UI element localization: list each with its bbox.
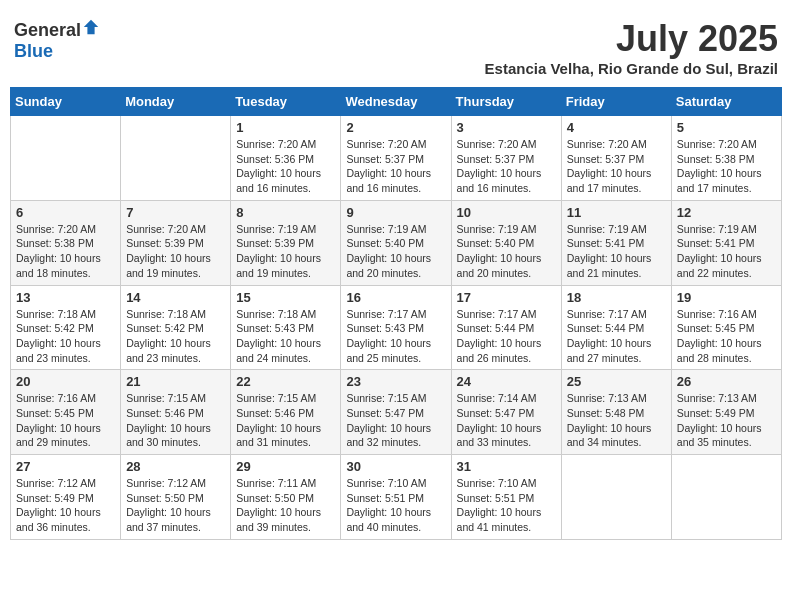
day-info: Sunrise: 7:16 AM Sunset: 5:45 PM Dayligh… [16,391,115,450]
calendar-week-row: 20Sunrise: 7:16 AM Sunset: 5:45 PM Dayli… [11,370,782,455]
subtitle: Estancia Velha, Rio Grande do Sul, Brazi… [485,60,778,77]
day-info: Sunrise: 7:17 AM Sunset: 5:43 PM Dayligh… [346,307,445,366]
table-row: 16Sunrise: 7:17 AM Sunset: 5:43 PM Dayli… [341,285,451,370]
day-info: Sunrise: 7:11 AM Sunset: 5:50 PM Dayligh… [236,476,335,535]
day-info: Sunrise: 7:19 AM Sunset: 5:41 PM Dayligh… [567,222,666,281]
col-saturday: Saturday [671,88,781,116]
day-info: Sunrise: 7:17 AM Sunset: 5:44 PM Dayligh… [457,307,556,366]
table-row: 31Sunrise: 7:10 AM Sunset: 5:51 PM Dayli… [451,455,561,540]
table-row [671,455,781,540]
day-info: Sunrise: 7:19 AM Sunset: 5:40 PM Dayligh… [346,222,445,281]
day-info: Sunrise: 7:20 AM Sunset: 5:36 PM Dayligh… [236,137,335,196]
day-info: Sunrise: 7:18 AM Sunset: 5:42 PM Dayligh… [16,307,115,366]
table-row: 10Sunrise: 7:19 AM Sunset: 5:40 PM Dayli… [451,200,561,285]
month-title: July 2025 [485,18,778,60]
day-number: 13 [16,290,115,305]
table-row: 3Sunrise: 7:20 AM Sunset: 5:37 PM Daylig… [451,116,561,201]
title-area: July 2025 Estancia Velha, Rio Grande do … [485,18,778,77]
day-number: 3 [457,120,556,135]
table-row: 24Sunrise: 7:14 AM Sunset: 5:47 PM Dayli… [451,370,561,455]
day-info: Sunrise: 7:15 AM Sunset: 5:46 PM Dayligh… [126,391,225,450]
table-row: 15Sunrise: 7:18 AM Sunset: 5:43 PM Dayli… [231,285,341,370]
table-row: 20Sunrise: 7:16 AM Sunset: 5:45 PM Dayli… [11,370,121,455]
col-sunday: Sunday [11,88,121,116]
table-row: 5Sunrise: 7:20 AM Sunset: 5:38 PM Daylig… [671,116,781,201]
day-number: 6 [16,205,115,220]
table-row: 12Sunrise: 7:19 AM Sunset: 5:41 PM Dayli… [671,200,781,285]
day-number: 5 [677,120,776,135]
table-row [561,455,671,540]
day-info: Sunrise: 7:14 AM Sunset: 5:47 PM Dayligh… [457,391,556,450]
calendar-week-row: 1Sunrise: 7:20 AM Sunset: 5:36 PM Daylig… [11,116,782,201]
col-friday: Friday [561,88,671,116]
header: General Blue July 2025 Estancia Velha, R… [10,10,782,81]
day-info: Sunrise: 7:20 AM Sunset: 5:37 PM Dayligh… [567,137,666,196]
table-row: 11Sunrise: 7:19 AM Sunset: 5:41 PM Dayli… [561,200,671,285]
table-row: 6Sunrise: 7:20 AM Sunset: 5:38 PM Daylig… [11,200,121,285]
day-number: 23 [346,374,445,389]
day-number: 7 [126,205,225,220]
day-number: 25 [567,374,666,389]
day-info: Sunrise: 7:13 AM Sunset: 5:48 PM Dayligh… [567,391,666,450]
day-info: Sunrise: 7:12 AM Sunset: 5:49 PM Dayligh… [16,476,115,535]
day-number: 21 [126,374,225,389]
day-number: 16 [346,290,445,305]
table-row: 18Sunrise: 7:17 AM Sunset: 5:44 PM Dayli… [561,285,671,370]
day-number: 4 [567,120,666,135]
day-number: 18 [567,290,666,305]
day-info: Sunrise: 7:15 AM Sunset: 5:47 PM Dayligh… [346,391,445,450]
day-number: 20 [16,374,115,389]
calendar-week-row: 13Sunrise: 7:18 AM Sunset: 5:42 PM Dayli… [11,285,782,370]
logo: General Blue [14,18,101,62]
table-row: 25Sunrise: 7:13 AM Sunset: 5:48 PM Dayli… [561,370,671,455]
calendar-header-row: Sunday Monday Tuesday Wednesday Thursday… [11,88,782,116]
day-number: 22 [236,374,335,389]
day-info: Sunrise: 7:10 AM Sunset: 5:51 PM Dayligh… [457,476,556,535]
day-info: Sunrise: 7:19 AM Sunset: 5:41 PM Dayligh… [677,222,776,281]
day-info: Sunrise: 7:20 AM Sunset: 5:38 PM Dayligh… [16,222,115,281]
day-number: 2 [346,120,445,135]
table-row: 27Sunrise: 7:12 AM Sunset: 5:49 PM Dayli… [11,455,121,540]
table-row: 21Sunrise: 7:15 AM Sunset: 5:46 PM Dayli… [121,370,231,455]
day-number: 12 [677,205,776,220]
day-info: Sunrise: 7:10 AM Sunset: 5:51 PM Dayligh… [346,476,445,535]
day-info: Sunrise: 7:13 AM Sunset: 5:49 PM Dayligh… [677,391,776,450]
day-number: 29 [236,459,335,474]
table-row: 2Sunrise: 7:20 AM Sunset: 5:37 PM Daylig… [341,116,451,201]
table-row: 22Sunrise: 7:15 AM Sunset: 5:46 PM Dayli… [231,370,341,455]
day-info: Sunrise: 7:18 AM Sunset: 5:42 PM Dayligh… [126,307,225,366]
day-info: Sunrise: 7:20 AM Sunset: 5:38 PM Dayligh… [677,137,776,196]
table-row: 26Sunrise: 7:13 AM Sunset: 5:49 PM Dayli… [671,370,781,455]
table-row: 29Sunrise: 7:11 AM Sunset: 5:50 PM Dayli… [231,455,341,540]
table-row: 8Sunrise: 7:19 AM Sunset: 5:39 PM Daylig… [231,200,341,285]
table-row: 1Sunrise: 7:20 AM Sunset: 5:36 PM Daylig… [231,116,341,201]
col-monday: Monday [121,88,231,116]
day-number: 15 [236,290,335,305]
day-number: 11 [567,205,666,220]
calendar: Sunday Monday Tuesday Wednesday Thursday… [10,87,782,540]
col-wednesday: Wednesday [341,88,451,116]
day-number: 31 [457,459,556,474]
calendar-week-row: 6Sunrise: 7:20 AM Sunset: 5:38 PM Daylig… [11,200,782,285]
col-tuesday: Tuesday [231,88,341,116]
day-number: 1 [236,120,335,135]
day-number: 10 [457,205,556,220]
table-row: 7Sunrise: 7:20 AM Sunset: 5:39 PM Daylig… [121,200,231,285]
day-info: Sunrise: 7:15 AM Sunset: 5:46 PM Dayligh… [236,391,335,450]
day-number: 19 [677,290,776,305]
logo-blue: Blue [14,41,53,61]
day-info: Sunrise: 7:20 AM Sunset: 5:39 PM Dayligh… [126,222,225,281]
table-row: 9Sunrise: 7:19 AM Sunset: 5:40 PM Daylig… [341,200,451,285]
table-row: 23Sunrise: 7:15 AM Sunset: 5:47 PM Dayli… [341,370,451,455]
day-number: 27 [16,459,115,474]
table-row: 13Sunrise: 7:18 AM Sunset: 5:42 PM Dayli… [11,285,121,370]
day-info: Sunrise: 7:20 AM Sunset: 5:37 PM Dayligh… [346,137,445,196]
col-thursday: Thursday [451,88,561,116]
table-row: 17Sunrise: 7:17 AM Sunset: 5:44 PM Dayli… [451,285,561,370]
table-row [121,116,231,201]
day-number: 9 [346,205,445,220]
day-number: 24 [457,374,556,389]
calendar-week-row: 27Sunrise: 7:12 AM Sunset: 5:49 PM Dayli… [11,455,782,540]
day-number: 8 [236,205,335,220]
day-number: 14 [126,290,225,305]
